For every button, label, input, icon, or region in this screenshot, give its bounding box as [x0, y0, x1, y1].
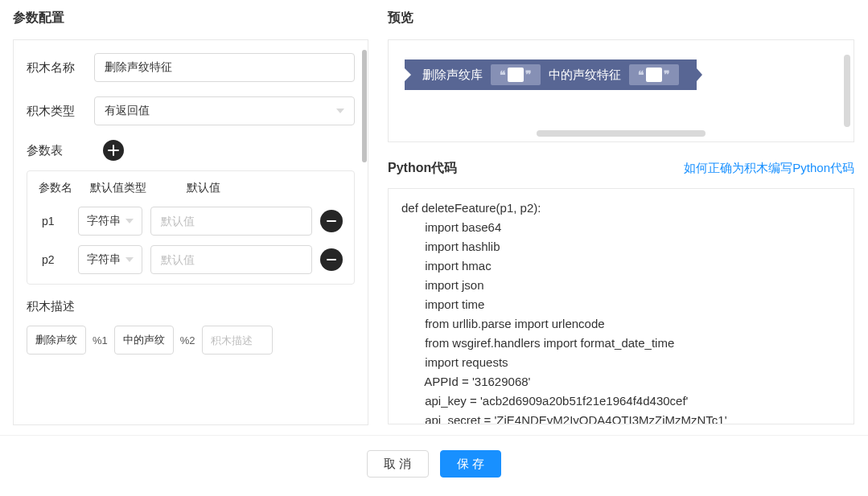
- code-section-title: Python代码: [388, 160, 457, 177]
- block-type-label: 积木类型: [27, 104, 94, 119]
- param-name: p1: [39, 215, 70, 228]
- param-type-select[interactable]: 字符串: [78, 207, 143, 236]
- remove-param-button[interactable]: [320, 248, 343, 271]
- chevron-down-icon: [336, 109, 344, 113]
- block-name-input[interactable]: [94, 53, 355, 82]
- param-name: p2: [39, 253, 70, 266]
- param-type-value: 字符串: [87, 214, 121, 228]
- minus-icon: [327, 216, 336, 226]
- param-table-label: 参数表: [27, 143, 63, 158]
- code-editor[interactable]: def deleteFeature(p1, p2): import base64…: [388, 188, 854, 424]
- quote-icon: ❝: [638, 68, 644, 81]
- desc-chip-text[interactable]: 中的声纹: [114, 326, 174, 355]
- preview-panel: 删除声纹库 ❝ ❞ 中的声纹特征 ❝ ❞: [388, 39, 854, 142]
- param-row: p2 字符串: [39, 245, 343, 274]
- chevron-down-icon: [125, 257, 134, 262]
- block-name-label: 积木名称: [27, 60, 94, 76]
- param-default-input[interactable]: [150, 245, 312, 274]
- desc-chip-var: %1: [93, 334, 108, 346]
- add-param-button[interactable]: [103, 140, 124, 161]
- block-type-value: 有返回值: [105, 104, 150, 118]
- param-table: 参数名 默认值类型 默认值 p1 字符串 p2: [27, 170, 355, 285]
- footer: 取 消 保 存: [0, 435, 868, 492]
- config-section-title: 参数配置: [13, 10, 368, 27]
- block-text-1: 删除声纹库: [422, 68, 483, 83]
- preview-section-title: 预览: [388, 10, 854, 27]
- desc-label: 积木描述: [27, 299, 355, 314]
- param-default-input[interactable]: [150, 207, 312, 236]
- param-col-default: 默认值: [187, 181, 343, 195]
- preview-block[interactable]: 删除声纹库 ❝ ❞ 中的声纹特征 ❝ ❞: [405, 59, 697, 90]
- desc-chip-text[interactable]: 删除声纹: [27, 326, 86, 355]
- param-type-value: 字符串: [87, 252, 121, 267]
- config-panel: 积木名称 积木类型 有返回值 参数表 参数名 默认值类型: [13, 39, 368, 425]
- plus-icon: [108, 145, 119, 156]
- block-type-select[interactable]: 有返回值: [94, 96, 355, 125]
- param-col-name: 参数名: [39, 181, 90, 195]
- cancel-button[interactable]: 取 消: [367, 450, 428, 478]
- remove-param-button[interactable]: [320, 210, 343, 232]
- scrollbar-vertical[interactable]: [362, 50, 367, 162]
- quote-icon: ❞: [664, 68, 670, 81]
- quote-icon: ❝: [500, 68, 506, 81]
- block-slot[interactable]: ❝ ❞: [629, 64, 679, 85]
- minus-icon: [327, 255, 336, 264]
- quote-icon: ❞: [525, 68, 532, 81]
- param-col-type: 默认值类型: [90, 181, 187, 195]
- block-slot[interactable]: ❝ ❞: [491, 64, 541, 85]
- code-help-link[interactable]: 如何正确为积木编写Python代码: [684, 161, 854, 176]
- scrollbar-horizontal[interactable]: [537, 130, 706, 137]
- scrollbar-vertical[interactable]: [844, 55, 850, 127]
- param-type-select[interactable]: 字符串: [78, 245, 143, 274]
- save-button[interactable]: 保 存: [440, 450, 501, 478]
- block-text-2: 中的声纹特征: [549, 68, 621, 83]
- desc-chip-input[interactable]: [202, 326, 273, 355]
- desc-chip-var: %2: [180, 334, 195, 346]
- desc-chip-row: 删除声纹 %1 中的声纹 %2: [27, 326, 355, 355]
- param-row: p1 字符串: [39, 207, 343, 236]
- chevron-down-icon: [125, 219, 134, 223]
